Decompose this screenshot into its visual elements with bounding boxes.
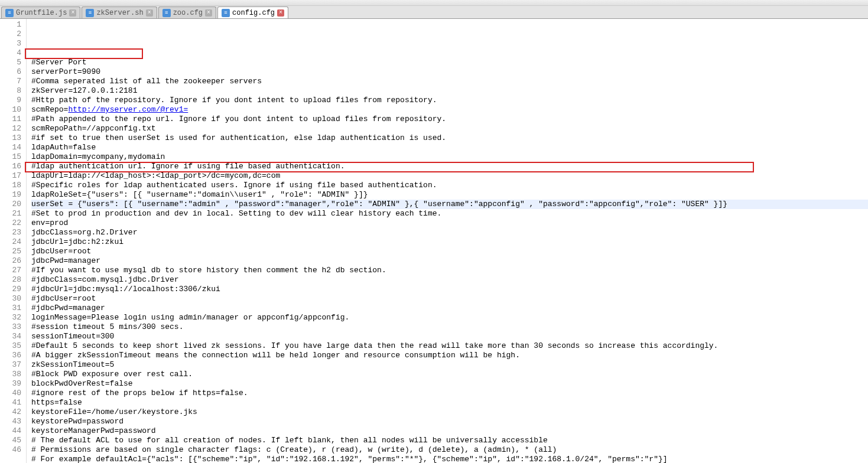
code-line[interactable]: #A bigger zkSessionTimeout means the con… bbox=[31, 351, 868, 360]
code-line[interactable]: #jdbcPwd=manager bbox=[31, 304, 868, 313]
line-number: 30 bbox=[0, 294, 21, 304]
line-number: 33 bbox=[0, 322, 21, 332]
line-number: 6 bbox=[0, 67, 21, 77]
line-number: 40 bbox=[0, 389, 21, 398]
tab-bar: ≡ Gruntfile.js × ≡ zkServer.sh × ≡ zoo.c… bbox=[0, 6, 868, 19]
code-line[interactable]: ldapRoleSet={"users": [{ "username":"dom… bbox=[31, 190, 868, 200]
tab-zoo[interactable]: ≡ zoo.cfg × bbox=[158, 6, 216, 18]
line-number: 11 bbox=[0, 115, 21, 124]
code-line[interactable]: https=false bbox=[31, 398, 868, 407]
code-line[interactable]: zkServer=127.0.0.1:2181 bbox=[31, 86, 868, 96]
line-number: 21 bbox=[0, 209, 21, 219]
tab-gruntfile[interactable]: ≡ Gruntfile.js × bbox=[1, 6, 80, 18]
close-icon[interactable]: × bbox=[69, 9, 76, 17]
tab-config[interactable]: ≡ config.cfg × bbox=[217, 6, 288, 18]
line-number: 22 bbox=[0, 219, 21, 228]
tab-label: config.cfg bbox=[232, 9, 275, 17]
editor-area: 1234567891011121314151617181920212223242… bbox=[0, 19, 868, 463]
line-number: 29 bbox=[0, 285, 21, 294]
code-line[interactable]: # For example defaultAcl={"acls": [{"sch… bbox=[31, 455, 868, 463]
line-number: 15 bbox=[0, 152, 21, 162]
code-line[interactable]: zkSessionTimeout=5 bbox=[31, 360, 868, 370]
file-icon: ≡ bbox=[222, 9, 230, 17]
close-icon[interactable]: × bbox=[205, 9, 212, 17]
code-line[interactable]: serverPort=9090 bbox=[31, 67, 868, 77]
line-number: 14 bbox=[0, 143, 21, 152]
line-number: 8 bbox=[0, 86, 21, 96]
line-number: 37 bbox=[0, 360, 21, 370]
line-number: 46 bbox=[0, 445, 21, 455]
code-line[interactable]: # The default ACL to use for all creatio… bbox=[31, 436, 868, 445]
line-number: 43 bbox=[0, 417, 21, 426]
code-line[interactable]: #Http path of the repository. Ignore if … bbox=[31, 96, 868, 105]
code-line[interactable]: #Block PWD exposure over rest call. bbox=[31, 370, 868, 379]
tab-zkserver[interactable]: ≡ zkServer.sh × bbox=[82, 6, 157, 18]
code-line[interactable]: #jdbcClass=com.mysql.jdbc.Driver bbox=[31, 275, 868, 285]
code-line[interactable]: scmRepo=http://myserver.com/@rev1= bbox=[31, 105, 868, 115]
code-line[interactable]: #Path appended to the repo url. Ignore i… bbox=[31, 115, 868, 124]
line-number: 42 bbox=[0, 407, 21, 417]
line-number: 35 bbox=[0, 341, 21, 351]
code-line[interactable]: #Set to prod in production and dev in lo… bbox=[31, 209, 868, 219]
line-number: 12 bbox=[0, 124, 21, 133]
code-line[interactable]: #jdbcUrl=jdbc:mysql://localhost:3306/zku… bbox=[31, 285, 868, 294]
line-number: 2 bbox=[0, 30, 21, 39]
line-number: 9 bbox=[0, 96, 21, 105]
line-number: 23 bbox=[0, 228, 21, 237]
code-line[interactable]: jdbcPwd=manager bbox=[31, 256, 868, 266]
line-number: 18 bbox=[0, 181, 21, 190]
file-icon: ≡ bbox=[162, 9, 171, 17]
line-number: 26 bbox=[0, 256, 21, 266]
line-number: 44 bbox=[0, 426, 21, 436]
line-number: 13 bbox=[0, 133, 21, 143]
code-line[interactable]: keystoreFile=/home/user/keystore.jks bbox=[31, 407, 868, 417]
code-line[interactable]: loginMessage=Please login using admin/ma… bbox=[31, 313, 868, 322]
file-icon: ≡ bbox=[5, 9, 14, 17]
tab-label: zkServer.sh bbox=[96, 9, 143, 17]
code-line[interactable]: #session timeout 5 mins/300 secs. bbox=[31, 322, 868, 332]
code-line[interactable]: ldapDomain=mycompany,mydomain bbox=[31, 152, 868, 162]
line-number: 45 bbox=[0, 436, 21, 445]
code-line[interactable]: # Permissions are based on single charac… bbox=[31, 445, 868, 455]
line-number: 19 bbox=[0, 190, 21, 200]
code-line[interactable]: #Comma seperated list of all the zookeep… bbox=[31, 77, 868, 86]
line-number: 38 bbox=[0, 370, 21, 379]
line-number: 3 bbox=[0, 39, 21, 48]
code-line[interactable]: userSet = {"users": [{ "username":"admin… bbox=[31, 200, 868, 209]
code-line[interactable]: #jdbcUser=root bbox=[31, 294, 868, 304]
line-number: 39 bbox=[0, 379, 21, 389]
code-line[interactable]: #ignore rest of the props below if https… bbox=[31, 389, 868, 398]
code-line[interactable]: blockPwdOverRest=false bbox=[31, 379, 868, 389]
line-number: 34 bbox=[0, 332, 21, 341]
code-line[interactable]: ldapAuth=false bbox=[31, 143, 868, 152]
line-number: 32 bbox=[0, 313, 21, 322]
line-number: 7 bbox=[0, 77, 21, 86]
code-line[interactable]: #If you want to use mysql db to store hi… bbox=[31, 266, 868, 275]
code-line[interactable]: ldapUrl=ldap://<ldap_host>:<ldap_port>/d… bbox=[31, 171, 868, 181]
code-line[interactable]: sessionTimeout=300 bbox=[31, 332, 868, 341]
code-line[interactable]: scmRepoPath=//appconfig.txt bbox=[31, 124, 868, 133]
code-line[interactable]: keystoreManagerPwd=password bbox=[31, 426, 868, 436]
code-line[interactable]: #Specific roles for ldap authenticated u… bbox=[31, 181, 868, 190]
line-number: 16 bbox=[0, 162, 21, 171]
line-number-gutter: 1234567891011121314151617181920212223242… bbox=[0, 19, 27, 463]
code-line[interactable]: jdbcUser=root bbox=[31, 247, 868, 256]
code-area[interactable]: #Server PortserverPort=9090#Comma sepera… bbox=[27, 19, 868, 463]
line-number: 25 bbox=[0, 247, 21, 256]
line-number: 41 bbox=[0, 398, 21, 407]
tab-label: Gruntfile.js bbox=[16, 9, 67, 17]
line-number: 4 bbox=[0, 48, 21, 58]
line-number: 28 bbox=[0, 275, 21, 285]
code-line[interactable]: #Default 5 seconds to keep short lived z… bbox=[31, 341, 868, 351]
close-icon[interactable]: × bbox=[146, 9, 153, 17]
code-line[interactable]: #ldap authentication url. Ignore if usin… bbox=[31, 162, 868, 171]
close-icon[interactable]: × bbox=[277, 9, 284, 17]
line-number: 17 bbox=[0, 171, 21, 181]
code-line[interactable]: keystorePwd=password bbox=[31, 417, 868, 426]
code-line[interactable]: jdbcClass=org.h2.Driver bbox=[31, 228, 868, 237]
code-line[interactable]: jdbcUrl=jdbc:h2:zkui bbox=[31, 237, 868, 247]
line-number: 24 bbox=[0, 237, 21, 247]
code-line[interactable]: env=prod bbox=[31, 219, 868, 228]
code-line[interactable]: #Server Port bbox=[31, 58, 868, 67]
code-line[interactable]: #if set to true then userSet is used for… bbox=[31, 133, 868, 143]
